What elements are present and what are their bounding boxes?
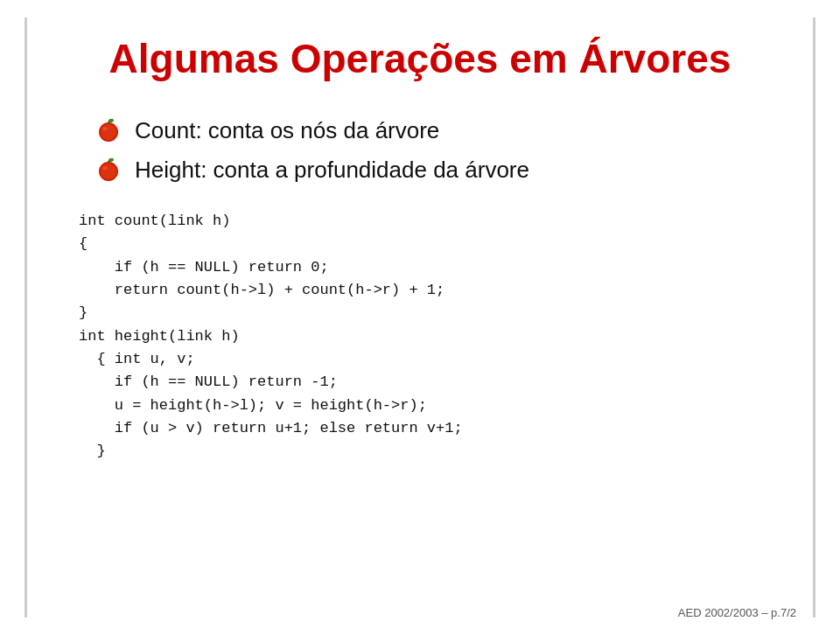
bullet-icon-count (96, 118, 121, 143)
slide-title: Algumas Operações em Árvores (44, 35, 796, 82)
bullets-section: Count: conta os nós da árvore Height: co… (96, 117, 796, 184)
code-line-3: if (h == NULL) return 0; (79, 256, 796, 279)
code-line-9: u = height(h->l); v = height(h->r); (79, 394, 796, 417)
svg-point-1 (101, 124, 116, 140)
code-line-1: int count(link h) (79, 210, 796, 233)
footer: AED 2002/2003 – p.7/2 (678, 606, 796, 619)
border-right (813, 17, 816, 618)
slide-container: Algumas Operações em Árvores Count: cont… (0, 0, 840, 635)
bullet-text-count: Count: conta os nós da árvore (135, 117, 439, 144)
code-line-4: return count(h->l) + count(h->r) + 1; (79, 279, 796, 302)
bullet-item-height: Height: conta a profundidade da árvore (96, 157, 796, 184)
code-line-11: } (79, 440, 796, 463)
code-line-5: } (79, 302, 796, 324)
code-line-2: { (79, 233, 796, 255)
code-line-10: if (u > v) return u+1; else return v+1; (79, 417, 796, 440)
code-block: int count(link h) { if (h == NULL) retur… (79, 210, 796, 464)
bullet-text-height: Height: conta a profundidade da árvore (135, 157, 529, 184)
bullet-icon-height (96, 157, 121, 182)
bullet-item-count: Count: conta os nós da árvore (96, 117, 796, 144)
svg-point-7 (102, 166, 108, 170)
border-left (24, 17, 27, 618)
svg-point-6 (101, 164, 116, 179)
code-line-7: { int u, v; (79, 348, 796, 371)
code-line-8: if (h == NULL) return -1; (79, 371, 796, 394)
svg-point-2 (102, 127, 108, 130)
code-line-6: int height(link h) (79, 325, 796, 348)
